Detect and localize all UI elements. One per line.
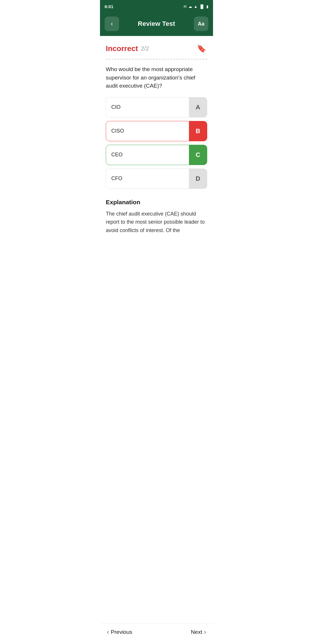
result-label-group: Incorrect 2/2 xyxy=(106,44,149,53)
option-a[interactable]: CIO A xyxy=(106,97,207,117)
option-b[interactable]: CISO B xyxy=(106,121,207,141)
back-button[interactable]: ‹ xyxy=(105,17,119,31)
explanation-text: The chief audit executive (CAE) should r… xyxy=(106,210,207,235)
option-b-badge: B xyxy=(189,121,207,141)
battery-icon: ▮ xyxy=(206,4,208,9)
explanation-section: Explanation The chief audit executive (C… xyxy=(106,198,207,235)
mail-icon: ✉ xyxy=(183,4,187,9)
signal-icon: ▲ xyxy=(194,4,198,9)
option-b-text: CISO xyxy=(106,122,189,140)
page-title: Review Test xyxy=(138,20,175,28)
status-bar: 6:01 ✉ ☁ ▲ ▐▌ ▮ xyxy=(100,0,213,13)
app-header: ‹ Review Test Aa xyxy=(100,13,213,36)
bookmark-icon: 🔖 xyxy=(197,44,206,53)
status-icons: ✉ ☁ ▲ ▐▌ ▮ xyxy=(183,4,208,9)
bookmark-button[interactable]: 🔖 xyxy=(196,43,207,54)
font-icon: Aa xyxy=(198,21,204,27)
question-text: Who would be the most appropriate superv… xyxy=(106,65,207,90)
back-icon: ‹ xyxy=(111,20,113,28)
options-list: CIO A CISO B CEO C CFO D xyxy=(106,97,207,189)
result-label: Incorrect xyxy=(106,44,138,53)
option-d-text: CFO xyxy=(106,169,189,188)
bars-icon: ▐▌ xyxy=(199,4,205,9)
option-c-text: CEO xyxy=(106,145,189,164)
option-a-badge: A xyxy=(189,97,207,117)
status-time: 6:01 xyxy=(105,4,113,9)
option-d[interactable]: CFO D xyxy=(106,169,207,189)
result-header: Incorrect 2/2 🔖 xyxy=(106,43,207,54)
font-size-button[interactable]: Aa xyxy=(194,17,208,31)
explanation-title: Explanation xyxy=(106,199,207,206)
option-d-badge: D xyxy=(189,169,207,189)
option-c-badge: C xyxy=(189,145,207,165)
option-c[interactable]: CEO C xyxy=(106,145,207,165)
section-divider xyxy=(106,59,207,59)
option-a-text: CIO xyxy=(106,98,189,117)
main-content: Incorrect 2/2 🔖 Who would be the most ap… xyxy=(100,36,213,235)
cloud-icon: ☁ xyxy=(188,4,192,9)
result-count: 2/2 xyxy=(141,45,149,52)
